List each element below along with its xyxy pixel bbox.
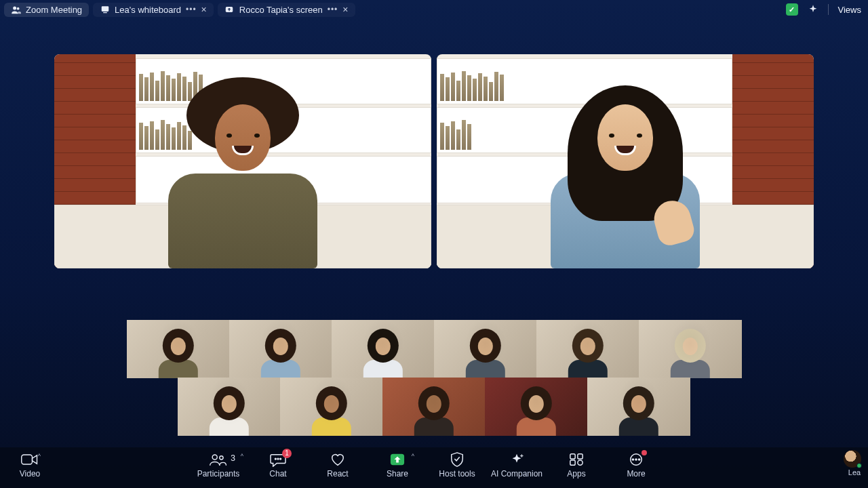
sparkle-icon [509, 451, 525, 468]
svg-point-7 [220, 456, 223, 460]
share-up-icon [224, 5, 235, 15]
participant-thumb[interactable] [587, 378, 690, 436]
svg-rect-3 [103, 12, 107, 13]
tab-screen-share[interactable]: Rocco Tapia's screen ••• × [218, 3, 355, 17]
participant-thumb[interactable] [639, 320, 742, 378]
tab-whiteboard[interactable]: Lea's whiteboard ••• × [93, 3, 214, 17]
participants-icon: 3 ^ [208, 451, 229, 468]
tab-options-icon[interactable]: ••• [186, 5, 197, 14]
video-button[interactable]: ^ Video [0, 450, 60, 479]
toolbar-label: Participants [197, 469, 240, 479]
react-button[interactable]: React [308, 450, 368, 479]
sparkle-icon[interactable] [808, 4, 818, 15]
svg-point-17 [632, 459, 633, 460]
participant-thumb[interactable] [178, 378, 281, 436]
close-icon[interactable]: × [342, 5, 348, 14]
toolbar-label: React [327, 469, 348, 479]
toolbar-label: Apps [567, 469, 585, 479]
participant-thumb[interactable] [127, 320, 230, 378]
chevron-up-icon[interactable]: ^ [38, 453, 41, 460]
svg-point-19 [639, 459, 640, 460]
participant-thumb[interactable] [382, 378, 486, 436]
participant-thumb[interactable] [485, 378, 588, 436]
svg-point-8 [275, 458, 276, 460]
svg-point-0 [13, 6, 16, 9]
people-icon [11, 5, 21, 15]
speaker-tile-1[interactable] [54, 54, 431, 268]
divider [828, 4, 829, 15]
svg-point-18 [635, 459, 637, 460]
toolbar-label: More [627, 469, 645, 479]
views-button[interactable]: Views [838, 5, 861, 15]
avatar [844, 450, 861, 468]
toolbar-label: Host tools [439, 469, 475, 479]
more-button[interactable]: More [606, 450, 666, 479]
status-dot [856, 463, 862, 468]
participants-count: 3 [231, 453, 235, 463]
chevron-up-icon[interactable]: ^ [412, 453, 414, 460]
svg-point-10 [280, 458, 281, 460]
participant-thumb[interactable] [536, 320, 639, 378]
gallery-filmstrip [125, 320, 743, 436]
whiteboard-icon [100, 5, 110, 15]
video-icon: ^ [20, 451, 39, 468]
notification-dot [642, 450, 647, 455]
svg-rect-12 [570, 454, 575, 459]
top-tab-bar: Zoom Meeting Lea's whiteboard ••• × Rocc… [0, 0, 868, 19]
svg-point-1 [17, 7, 20, 9]
self-avatar-button[interactable]: Lea [844, 450, 868, 476]
shield-icon [450, 451, 465, 468]
participant-thumb[interactable] [229, 320, 332, 378]
toolbar-label: AI Companion [491, 469, 542, 479]
svg-point-6 [212, 455, 217, 460]
participant-thumb[interactable] [332, 320, 435, 378]
ai-companion-button[interactable]: AI Companion [487, 450, 547, 479]
tab-label: Lea's whiteboard [115, 5, 181, 15]
speaker-tile-2[interactable] [437, 54, 814, 268]
apps-button[interactable]: Apps [547, 450, 606, 479]
heart-icon [329, 451, 347, 468]
svg-rect-14 [570, 460, 575, 465]
toolbar-label: Chat [269, 469, 286, 479]
toolbar-label: Share [387, 469, 408, 479]
chat-badge: 1 [282, 449, 292, 458]
share-screen-icon: ^ [389, 451, 406, 468]
chevron-up-icon[interactable]: ^ [241, 453, 243, 460]
chat-button[interactable]: 1 Chat [248, 450, 308, 479]
top-right-controls: ✓ Views [786, 3, 864, 16]
participant-thumb[interactable] [280, 378, 383, 436]
svg-rect-5 [22, 455, 33, 464]
avatar-label: Lea [848, 468, 861, 476]
close-icon[interactable]: × [201, 5, 207, 14]
toolbar-label: Video [20, 469, 40, 479]
tab-label: Zoom Meeting [26, 5, 82, 15]
svg-rect-13 [578, 454, 583, 459]
tab-label: Rocco Tapia's screen [239, 5, 323, 15]
host-tools-button[interactable]: Host tools [427, 450, 487, 479]
video-stage [54, 54, 814, 268]
svg-rect-2 [101, 6, 108, 12]
svg-point-15 [578, 460, 583, 465]
apps-icon [568, 451, 585, 468]
participant-thumb[interactable] [434, 320, 537, 378]
tab-zoom-meeting[interactable]: Zoom Meeting [4, 3, 89, 17]
participants-button[interactable]: 3 ^ Participants [189, 450, 248, 479]
svg-point-9 [277, 458, 279, 460]
tab-options-icon[interactable]: ••• [328, 5, 338, 14]
encryption-shield-icon[interactable]: ✓ [786, 3, 798, 16]
meeting-toolbar: ^ Video 3 ^ Participants 1 Chat React ^ … [0, 447, 868, 488]
share-button[interactable]: ^ Share [368, 450, 427, 479]
